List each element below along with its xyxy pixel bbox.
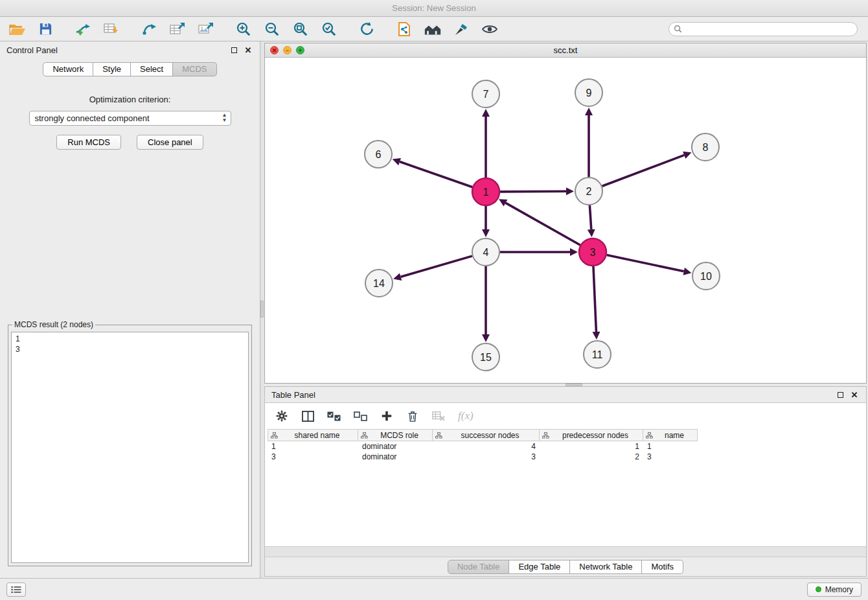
export-table-icon[interactable] <box>168 21 187 38</box>
houses-icon[interactable] <box>424 21 442 38</box>
graph-node[interactable]: 6 <box>365 141 392 168</box>
selected-option: strongly connected component <box>35 113 150 123</box>
graph-edge[interactable] <box>593 266 596 332</box>
edge-arrowhead-icon <box>683 268 692 275</box>
float-table-panel-icon[interactable] <box>835 389 845 400</box>
graph-node[interactable]: 2 <box>575 178 602 205</box>
node-table-body: 1dominator4113dominator323 <box>265 441 866 462</box>
graph-edge[interactable] <box>589 205 591 229</box>
tab-mcds[interactable]: MCDS <box>173 62 216 76</box>
save-icon[interactable] <box>36 21 54 38</box>
search-input[interactable] <box>668 22 858 36</box>
table-panel: Table Panel ✕ <box>264 386 867 577</box>
svg-text:14: 14 <box>373 278 385 289</box>
graph-edge[interactable] <box>602 155 685 186</box>
table-row[interactable]: 3dominator323 <box>268 452 698 462</box>
tab-style[interactable]: Style <box>93 62 131 76</box>
paint-icon[interactable] <box>452 21 470 38</box>
graph-node[interactable]: 1 <box>472 178 499 205</box>
network-window-title: scc.txt <box>554 45 578 55</box>
minimize-window-icon[interactable]: − <box>283 46 291 54</box>
table-cell: 3 <box>433 452 540 462</box>
graph-node[interactable]: 10 <box>692 262 720 290</box>
svg-text:7: 7 <box>483 89 489 100</box>
graph-node[interactable]: 11 <box>584 341 611 368</box>
memory-button[interactable]: Memory <box>807 583 862 597</box>
optimization-criterion-select[interactable]: strongly connected component ▲▼ <box>29 111 231 126</box>
window-title: Session: New Session <box>392 3 475 13</box>
zoom-in-icon[interactable] <box>234 21 253 38</box>
network-graph[interactable]: 7968124314101511 <box>265 58 866 383</box>
column-header-name[interactable]: name <box>643 429 698 441</box>
graph-edge[interactable] <box>401 256 472 277</box>
table-toolbar: f(x) <box>265 403 866 429</box>
graph-node[interactable]: 8 <box>692 133 719 161</box>
graph-node[interactable]: 9 <box>575 79 602 106</box>
select-all-icon[interactable] <box>327 408 341 424</box>
table-cell: 1 <box>268 441 358 452</box>
column-header-predecessor-nodes[interactable]: predecessor nodes <box>540 429 643 441</box>
close-panel-button[interactable]: Close panel <box>137 135 203 150</box>
eye-icon[interactable] <box>481 21 499 38</box>
apply-layout-icon[interactable] <box>358 21 376 38</box>
control-panel-title: Control Panel <box>6 45 225 55</box>
tab-edge-table[interactable]: Edge Table <box>509 560 570 574</box>
zoom-fit-icon[interactable] <box>291 21 310 38</box>
zoom-selected-icon[interactable] <box>320 21 338 38</box>
tab-node-table[interactable]: Node Table <box>448 560 510 574</box>
column-sort-icon <box>646 432 653 439</box>
table-hscrollbar[interactable] <box>265 546 866 557</box>
graph-edge[interactable] <box>400 162 472 187</box>
import-network-icon[interactable] <box>74 21 92 38</box>
network-document-icon[interactable] <box>395 21 413 38</box>
graph-node[interactable]: 15 <box>472 343 499 371</box>
edge-arrowhead-icon <box>482 109 490 117</box>
add-row-icon[interactable] <box>380 408 393 424</box>
network-canvas[interactable]: 7968124314101511 <box>265 58 866 383</box>
column-header-MCDS-role[interactable]: MCDS role <box>358 429 433 441</box>
close-window-icon[interactable]: ✕ <box>270 46 279 54</box>
delete-row-icon[interactable] <box>406 408 419 424</box>
window-titlebar: Session: New Session <box>0 0 868 17</box>
float-panel-icon[interactable] <box>229 45 239 55</box>
table-panel-title: Table Panel <box>271 390 831 400</box>
tab-network-table[interactable]: Network Table <box>570 560 642 574</box>
mcds-result-list[interactable]: 13 <box>11 332 249 563</box>
deselect-all-icon[interactable] <box>354 408 367 424</box>
select-stepper-icon: ▲▼ <box>222 113 227 123</box>
graph-node[interactable]: 14 <box>365 270 393 297</box>
graph-node[interactable]: 7 <box>472 80 499 108</box>
graph-edge[interactable] <box>505 203 580 245</box>
tab-select[interactable]: Select <box>131 62 173 76</box>
task-history-icon[interactable] <box>6 583 26 597</box>
new-network-from-selection-icon[interactable] <box>140 21 158 38</box>
function-builder-icon[interactable]: f(x) <box>458 408 474 424</box>
mcds-result-legend: MCDS result (2 nodes) <box>12 320 95 329</box>
delete-table-icon[interactable] <box>432 408 445 424</box>
column-sort-icon <box>271 432 278 439</box>
table-row[interactable]: 1dominator411 <box>268 441 698 452</box>
table-panel-tabs: Node TableEdge TableNetwork TableMotifs <box>265 557 866 576</box>
graph-edge[interactable] <box>500 191 566 192</box>
export-image-icon[interactable] <box>197 21 215 38</box>
settings-gear-icon[interactable] <box>275 408 288 424</box>
svg-text:8: 8 <box>703 142 709 153</box>
tab-network[interactable]: Network <box>43 62 93 76</box>
tab-motifs[interactable]: Motifs <box>642 560 683 574</box>
mcds-result-fieldset: MCDS result (2 nodes) 13 <box>8 320 252 566</box>
column-header-label: name <box>654 431 694 440</box>
open-file-icon[interactable] <box>8 21 26 38</box>
maximize-window-icon[interactable]: + <box>296 46 304 54</box>
close-table-panel-icon[interactable]: ✕ <box>849 389 860 400</box>
graph-edge[interactable] <box>607 255 684 271</box>
graph-node[interactable]: 3 <box>579 238 606 266</box>
run-mcds-button[interactable]: Run MCDS <box>56 135 121 150</box>
zoom-out-icon[interactable] <box>263 21 281 38</box>
column-header-shared-name[interactable]: shared name <box>268 429 358 441</box>
column-layout-icon[interactable] <box>301 408 314 424</box>
svg-text:15: 15 <box>480 352 492 363</box>
graph-node[interactable]: 4 <box>472 238 499 266</box>
close-panel-icon[interactable]: ✕ <box>243 45 253 55</box>
column-header-successor-nodes[interactable]: successor nodes <box>433 429 540 441</box>
import-table-icon[interactable] <box>102 21 120 38</box>
